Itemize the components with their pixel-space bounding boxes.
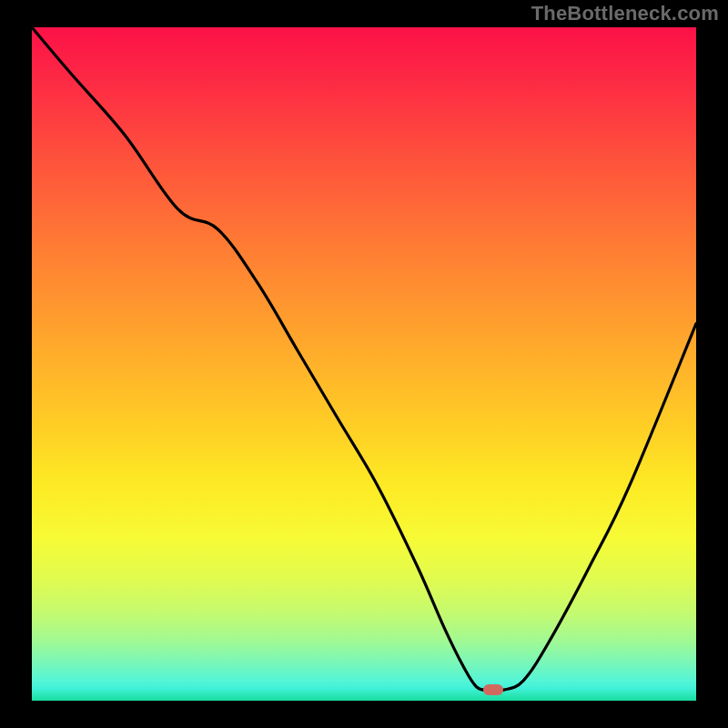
bottleneck-curve xyxy=(32,27,696,691)
chart-frame: TheBottleneck.com xyxy=(0,0,728,728)
curve-svg xyxy=(32,27,696,701)
plot-area xyxy=(32,27,696,701)
watermark-text: TheBottleneck.com xyxy=(531,2,719,25)
minimum-marker xyxy=(483,684,503,695)
